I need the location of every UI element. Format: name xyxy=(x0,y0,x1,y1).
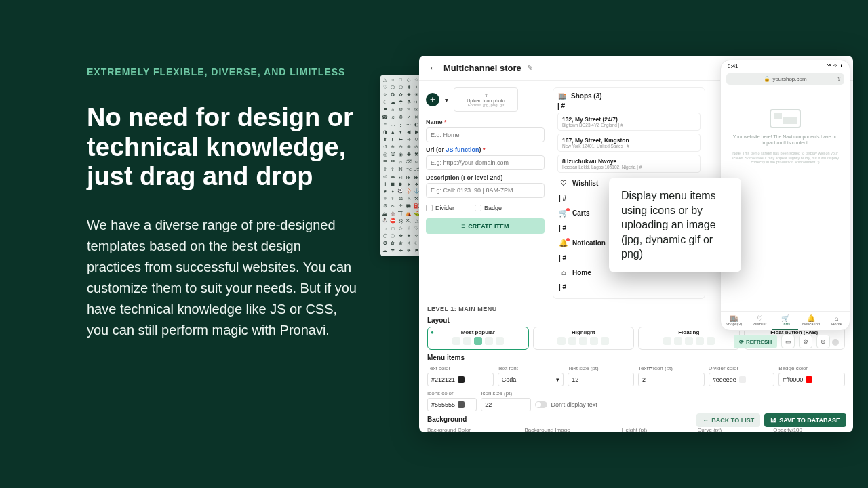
opacity-field[interactable]: Opacity/100100 xyxy=(773,427,845,432)
share-icon[interactable]: ⇪ xyxy=(837,76,842,82)
palette-icon[interactable]: ◉ xyxy=(397,151,404,157)
palette-icon[interactable]: ⚽ xyxy=(397,188,404,195)
preview-tab[interactable]: ♡Wishlist xyxy=(747,312,772,330)
palette-icon[interactable]: ⊗ xyxy=(406,144,412,150)
shop-item[interactable]: 8 Izuchukwu NwoyeIkassan Lekki, Lagos 10… xyxy=(557,155,701,173)
save-to-database-button[interactable]: 🖫 SAVE TO DATABASE xyxy=(764,413,846,427)
palette-icon[interactable]: ⚾ xyxy=(406,188,412,195)
badge-color-field[interactable]: Badge color#ff0000 xyxy=(778,365,845,386)
palette-icon[interactable]: ✧ xyxy=(382,92,389,98)
palette-icon[interactable]: ⌘ xyxy=(397,166,404,172)
palette-icon[interactable]: ⛰ xyxy=(382,211,389,217)
palette-icon[interactable]: ⛄ xyxy=(382,218,389,224)
back-arrow-icon[interactable]: ← xyxy=(429,62,438,73)
palette-icon[interactable]: ⚙ xyxy=(397,106,404,113)
palette-icon[interactable]: ⏮ xyxy=(406,174,412,180)
palette-icon[interactable]: ⚑ xyxy=(382,106,389,113)
palette-icon[interactable]: ⌂ xyxy=(390,106,397,113)
palette-icon[interactable]: ⬅ xyxy=(397,136,404,142)
palette-icon[interactable]: ✪ xyxy=(382,241,389,247)
palette-icon[interactable]: ⛺ xyxy=(406,211,412,217)
palette-icon[interactable]: ◎ xyxy=(382,151,389,157)
palette-icon[interactable]: □ xyxy=(397,77,404,83)
palette-icon[interactable]: ⊖ xyxy=(397,144,404,150)
icon-size-field[interactable]: Icon size (pt)22 xyxy=(481,390,530,411)
add-icon[interactable]: + xyxy=(426,93,439,106)
preview-tab[interactable]: 🔔Notication xyxy=(798,312,824,330)
palette-icon[interactable]: ☘ xyxy=(406,99,412,105)
name-input[interactable] xyxy=(426,127,545,142)
palette-icon[interactable]: ♥ xyxy=(382,188,389,195)
palette-icon[interactable]: ⬇ xyxy=(390,136,397,142)
add-view-icon[interactable]: ⊕ xyxy=(816,335,830,348)
height-field[interactable]: Height (pt)54 xyxy=(622,427,694,432)
palette-icon[interactable]: ✂ xyxy=(390,203,397,209)
layout-card[interactable]: Most popular xyxy=(427,327,529,350)
palette-icon[interactable]: ⬠ xyxy=(390,233,397,239)
divider-checkbox[interactable]: Divider xyxy=(426,205,454,211)
palette-icon[interactable]: ☎ xyxy=(382,114,389,120)
palette-icon[interactable]: ✚ xyxy=(406,151,412,157)
palette-icon[interactable]: ⏺ xyxy=(397,182,404,187)
layout-card[interactable]: Highlight xyxy=(533,327,635,350)
palette-icon[interactable]: ☰ xyxy=(382,159,389,165)
palette-icon[interactable]: ☁ xyxy=(382,248,389,254)
palette-icon[interactable]: ❖ xyxy=(397,233,404,239)
text-color-field[interactable]: Text color#212121 xyxy=(427,365,494,386)
dont-display-text-toggle[interactable]: Don't display text xyxy=(535,397,684,411)
palette-icon[interactable]: … xyxy=(390,121,397,127)
palette-icon[interactable]: ✈ xyxy=(406,248,412,254)
palette-icon[interactable]: ⏹ xyxy=(390,182,397,187)
palette-icon[interactable]: ❀ xyxy=(397,241,404,247)
palette-icon[interactable]: ⋯ xyxy=(406,121,412,127)
palette-icon[interactable]: ✿ xyxy=(390,241,397,247)
palette-icon[interactable]: □ xyxy=(390,226,397,232)
palette-icon[interactable]: ☁ xyxy=(390,99,397,105)
js-function-link[interactable]: JS function xyxy=(446,146,479,153)
palette-icon[interactable]: ⬡ xyxy=(390,84,397,90)
palette-icon[interactable]: ☂ xyxy=(390,248,397,254)
palette-icon[interactable]: ⚕ xyxy=(390,196,397,202)
palette-icon[interactable]: ☷ xyxy=(390,159,397,165)
create-item-button[interactable]: CREATE ITEM xyxy=(426,218,545,234)
palette-icon[interactable]: ⬠ xyxy=(397,84,404,90)
palette-icon[interactable]: ↺ xyxy=(382,144,389,150)
badge-checkbox[interactable]: Badge xyxy=(475,205,502,211)
palette-icon[interactable]: ◀ xyxy=(406,129,412,135)
icons-color-field[interactable]: Icons color#555555 xyxy=(427,390,477,411)
palette-icon[interactable]: ⏸ xyxy=(382,182,389,187)
palette-icon[interactable]: ♠ xyxy=(406,182,412,187)
icon-palette[interactable]: △○□◇☆♡⬡⬠❖✦✧✪✿❀☀☾☁☂☘✈⚑⌂⚙✎✉☎♫♻✓✕≡…⋮⋯◐◑▲▼◀▶… xyxy=(380,75,422,256)
palette-icon[interactable]: ✦ xyxy=(406,233,412,239)
desktop-view-icon[interactable]: ▭ xyxy=(781,335,795,348)
palette-icon[interactable]: ✓ xyxy=(406,114,412,120)
palette-icon[interactable]: ⛩ xyxy=(397,211,404,217)
palette-icon[interactable]: ▼ xyxy=(397,129,404,135)
palette-icon[interactable]: ☂ xyxy=(397,99,404,105)
palette-icon[interactable]: ♡ xyxy=(382,84,389,90)
palette-icon[interactable]: ⇧ xyxy=(382,166,389,172)
palette-icon[interactable]: ⬆ xyxy=(382,136,389,142)
preview-tab[interactable]: 🏬Shops(3) xyxy=(721,312,747,330)
palette-icon[interactable]: ⚙ xyxy=(382,203,389,209)
palette-icon[interactable]: ✎ xyxy=(406,106,412,113)
palette-icon[interactable]: ⛔ xyxy=(390,218,397,224)
palette-icon[interactable]: ☀ xyxy=(406,241,412,247)
palette-icon[interactable]: ⋮ xyxy=(397,121,404,127)
palette-icon[interactable]: ⦿ xyxy=(390,151,397,157)
palette-icon[interactable]: △ xyxy=(382,77,389,83)
back-to-list-button[interactable]: ← BACK TO LIST xyxy=(696,413,760,427)
description-input[interactable] xyxy=(426,183,545,198)
palette-icon[interactable]: ▲ xyxy=(390,129,397,135)
palette-icon[interactable]: ○ xyxy=(382,226,389,232)
palette-icon[interactable]: ✈ xyxy=(397,203,404,209)
layout-card[interactable]: Floating xyxy=(638,327,740,350)
preview-tab[interactable]: 🛒Carts xyxy=(772,312,798,330)
palette-icon[interactable]: ⬡ xyxy=(382,233,389,239)
shop-item[interactable]: 132, My Street (24/7)Bigtown BG23 4YZ En… xyxy=(557,113,701,131)
text-size-field[interactable]: Text size (pt)12 xyxy=(568,365,634,386)
palette-icon[interactable]: ⛏ xyxy=(406,218,412,224)
palette-icon[interactable]: ⚖ xyxy=(397,196,404,202)
palette-icon[interactable]: ○ xyxy=(390,77,397,83)
bg-color-field[interactable]: Background Color#ffffff xyxy=(427,427,520,432)
